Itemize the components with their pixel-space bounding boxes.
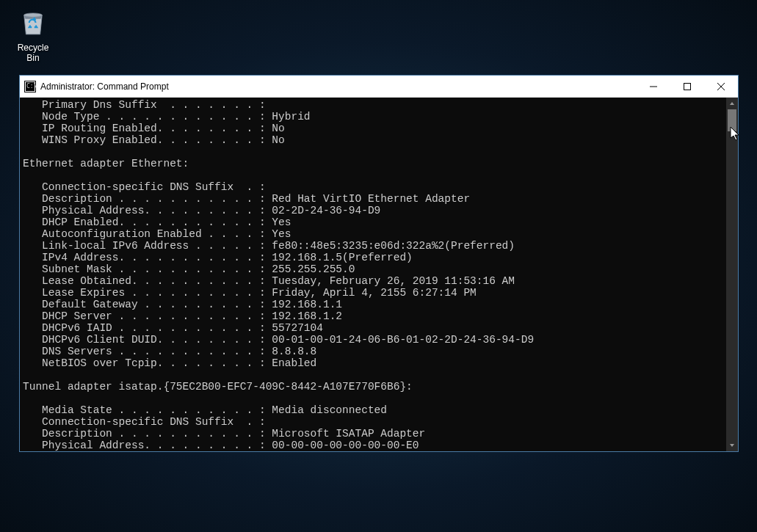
window-title: Administrator: Command Prompt (40, 81, 637, 92)
cmd-icon: C:\ (24, 81, 36, 92)
scroll-thumb[interactable] (728, 109, 736, 131)
recycle-bin[interactable]: Recycle Bin (11, 7, 55, 63)
recycle-bin-label: Recycle Bin (11, 43, 55, 63)
svg-text:C:\: C:\ (26, 83, 36, 90)
terminal-output[interactable]: Primary Dns Suffix . . . . . . . : Node … (20, 98, 726, 451)
close-button[interactable] (704, 76, 738, 97)
scroll-down-arrow[interactable] (726, 440, 738, 451)
minimize-button[interactable] (637, 76, 670, 97)
terminal-area: Primary Dns Suffix . . . . . . . : Node … (20, 98, 738, 451)
titlebar[interactable]: C:\ Administrator: Command Prompt (20, 76, 738, 98)
scrollbar[interactable] (726, 98, 738, 451)
recycle-bin-icon (18, 7, 48, 38)
scroll-up-arrow[interactable] (726, 98, 738, 109)
svg-rect-6 (684, 83, 691, 90)
maximize-button[interactable] (670, 76, 704, 97)
svg-point-0 (24, 13, 43, 17)
command-prompt-window: C:\ Administrator: Command Prompt Primar… (19, 75, 739, 452)
window-controls (637, 76, 738, 97)
